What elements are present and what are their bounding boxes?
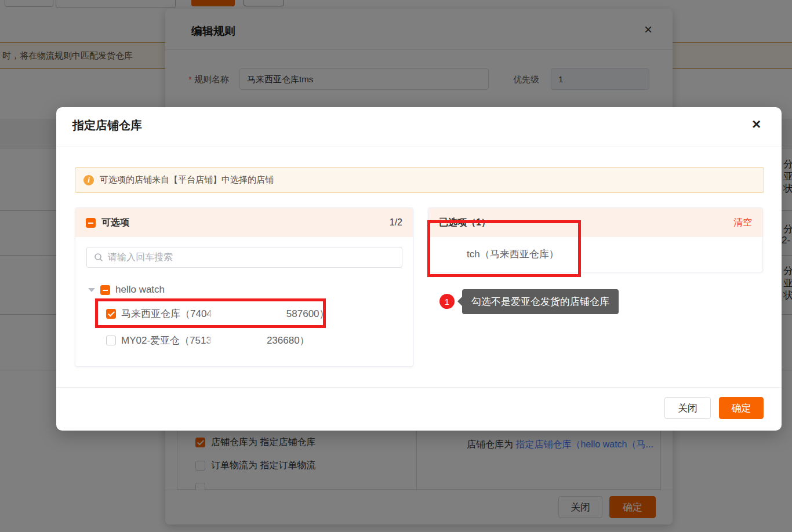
tree-option-aiya[interactable]: MY02-爱亚仓（7513236680）: [106, 334, 310, 347]
search-placeholder: 请输入回车搜索: [108, 252, 173, 264]
store-warehouse-confirm-button[interactable]: 确定: [719, 397, 764, 419]
annotation-badge-number: 1: [445, 297, 449, 307]
confirm-button-label: 确定: [732, 402, 751, 415]
info-banner-text: 可选项的店铺来自【平台店铺】中选择的店铺: [100, 174, 274, 185]
select-all-checkbox[interactable]: [86, 218, 96, 228]
annotation-red-box-option: [95, 298, 326, 328]
store-warehouse-title: 指定店铺仓库: [72, 118, 142, 133]
screen: 时，将在物流规则中匹配发货仓库 分 亚 状 分 2- 分 亚 状 编辑规则 × …: [0, 0, 792, 532]
annotation-red-box-selected: [427, 220, 581, 277]
redaction-blur: [212, 336, 267, 347]
divider: [56, 387, 782, 388]
search-input[interactable]: 请输入回车搜索: [86, 247, 402, 268]
tree-group-row[interactable]: hello watch: [88, 284, 165, 296]
info-icon: i: [83, 175, 94, 185]
option-label: MY02-爱亚仓（7513236680）: [121, 334, 310, 347]
aiya-checkbox[interactable]: [106, 336, 116, 345]
option-prefix: MY02-爱亚仓（7513: [121, 335, 212, 346]
group-checkbox[interactable]: [100, 285, 110, 295]
option-suffix: 236680）: [267, 335, 310, 346]
caret-down-icon[interactable]: [88, 288, 95, 292]
available-panel: 可选项 1/2 请输入回车搜索 hello watch 马来西亚仓库（74045…: [75, 207, 413, 367]
annotation-tooltip: 勾选不是爱亚仓发货的店铺仓库: [462, 289, 619, 314]
close-button-label: 关闭: [678, 402, 697, 415]
info-banner: i 可选项的店铺来自【平台店铺】中选择的店铺: [75, 167, 764, 193]
divider: [56, 147, 782, 147]
store-warehouse-modal: 指定店铺仓库 × i 可选项的店铺来自【平台店铺】中选择的店铺 可选项 1/2 …: [56, 107, 782, 431]
available-panel-title: 可选项: [101, 217, 129, 229]
available-panel-header: 可选项 1/2: [75, 208, 413, 237]
annotation-badge: 1: [439, 294, 455, 309]
clear-link[interactable]: 清空: [733, 217, 752, 229]
store-warehouse-close-button[interactable]: 关闭: [664, 397, 711, 419]
store-warehouse-close-icon[interactable]: ×: [752, 116, 761, 132]
annotation-tooltip-text: 勾选不是爱亚仓发货的店铺仓库: [471, 295, 609, 308]
group-label: hello watch: [115, 284, 165, 296]
search-icon: [94, 253, 103, 262]
available-counter: 1/2: [390, 217, 402, 228]
